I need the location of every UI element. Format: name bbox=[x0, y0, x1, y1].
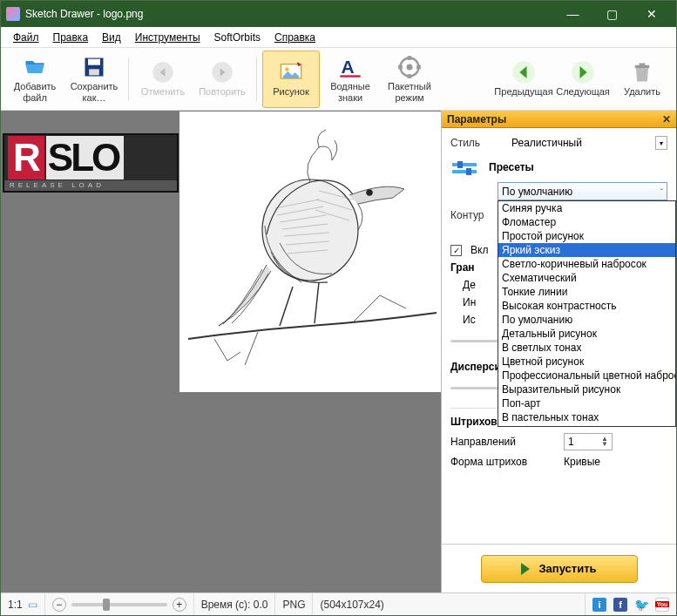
redo-button[interactable]: Повторить bbox=[193, 51, 251, 108]
enable-checkbox[interactable] bbox=[450, 245, 462, 256]
next-button[interactable]: Следующая bbox=[554, 51, 612, 108]
preset-option[interactable]: Цветной рисунок bbox=[498, 355, 675, 369]
spinner-arrows-icon: ▲▼ bbox=[601, 437, 608, 447]
directions-spinner[interactable]: 1 ▲▼ bbox=[564, 433, 613, 450]
enable-label: Вкл bbox=[471, 244, 488, 256]
statusbar: 1:1 ▭ − + Время (с): 0.0 PNG (504x107x24… bbox=[1, 592, 676, 615]
redo-icon bbox=[210, 60, 234, 85]
youtube-icon[interactable]: You bbox=[655, 598, 669, 612]
menu-view[interactable]: Вид bbox=[95, 29, 128, 46]
menu-help[interactable]: Справка bbox=[267, 29, 322, 46]
menubar: Файл Правка Вид Инструменты SoftOrbits С… bbox=[1, 27, 676, 48]
arrow-left-icon bbox=[511, 60, 536, 85]
contour-label: Контур bbox=[450, 209, 499, 221]
presets-icon bbox=[450, 158, 480, 182]
zoom-out-button[interactable]: − bbox=[52, 598, 66, 612]
twitter-icon[interactable]: 🐦 bbox=[634, 598, 648, 612]
svg-rect-22 bbox=[457, 161, 463, 168]
preset-option[interactable]: Схематический bbox=[498, 271, 675, 285]
preset-option[interactable]: В пастельных тонах bbox=[498, 410, 675, 424]
fit-icon[interactable]: ▭ bbox=[28, 599, 37, 611]
picture-button[interactable]: Рисунок bbox=[262, 51, 320, 108]
preset-option[interactable]: Светло-коричневый набросок bbox=[498, 257, 675, 271]
status-dims: (504x107x24) bbox=[313, 593, 586, 615]
svg-rect-21 bbox=[452, 170, 477, 173]
preset-option[interactable]: Пластик bbox=[498, 424, 675, 427]
zoom-ratio[interactable]: 1:1 ▭ bbox=[1, 593, 45, 615]
canvas-area[interactable]: RSLO RELEASE LOAD bbox=[1, 111, 441, 592]
play-icon bbox=[521, 563, 530, 575]
app-icon bbox=[6, 7, 20, 21]
preset-option[interactable]: Поп-арт bbox=[498, 396, 675, 410]
picture-icon bbox=[279, 60, 303, 85]
menu-edit[interactable]: Правка bbox=[46, 29, 96, 46]
shape-value: Кривые bbox=[564, 456, 600, 468]
batch-button[interactable]: Пакетный режим bbox=[381, 51, 438, 108]
undo-icon bbox=[151, 60, 175, 85]
preset-option[interactable]: Профессиональный цветной наброс bbox=[498, 369, 675, 382]
watermark-icon: A bbox=[338, 55, 362, 79]
save-as-button[interactable]: Сохранить как… bbox=[65, 51, 123, 108]
status-format: PNG bbox=[275, 593, 313, 615]
source-image: RSLO RELEASE LOAD bbox=[3, 133, 179, 193]
watermark-button[interactable]: A Водяные знаки bbox=[322, 51, 379, 108]
trash-icon bbox=[630, 60, 654, 85]
zoom-in-button[interactable]: + bbox=[173, 598, 186, 612]
prev-button[interactable]: Предыдущая bbox=[495, 51, 552, 108]
workspace: RSLO RELEASE LOAD bbox=[1, 111, 676, 592]
presets-combo[interactable]: По умолчанию ˇ Синяя ручкаФломастерПрост… bbox=[498, 182, 667, 200]
panel-close-button[interactable]: ✕ bbox=[662, 113, 671, 125]
preset-option[interactable]: В светлых тонах bbox=[498, 341, 675, 355]
style-label: Стиль bbox=[450, 137, 499, 149]
chevron-down-icon: ˇ bbox=[660, 187, 663, 196]
batch-icon bbox=[397, 55, 422, 79]
presets-label: Пресеты bbox=[489, 161, 667, 173]
zoom-slider[interactable] bbox=[71, 603, 167, 606]
svg-point-19 bbox=[367, 190, 373, 196]
panel-header: Параметры ✕ bbox=[442, 111, 676, 128]
add-file-button[interactable]: Добавить файл bbox=[6, 51, 64, 108]
preset-option[interactable]: Простой рисунок bbox=[498, 229, 675, 243]
svg-point-9 bbox=[407, 64, 413, 71]
presets-dropdown-list[interactable]: Синяя ручкаФломастерПростой рисунокЯркий… bbox=[498, 200, 676, 427]
preset-option[interactable]: Синяя ручка bbox=[498, 201, 675, 215]
svg-rect-2 bbox=[89, 70, 99, 76]
run-button[interactable]: Запустить bbox=[481, 555, 638, 583]
style-dropdown-button[interactable]: ▾ bbox=[655, 136, 667, 150]
svg-point-18 bbox=[262, 179, 358, 281]
preset-option[interactable]: Выразительный рисунок bbox=[498, 382, 675, 396]
svg-rect-20 bbox=[452, 163, 477, 166]
zoom-controls[interactable]: − + bbox=[45, 593, 194, 615]
shape-label: Форма штрихов bbox=[450, 456, 555, 468]
undo-button[interactable]: Отменить bbox=[134, 51, 192, 108]
preset-option[interactable]: Детальный рисунок bbox=[498, 327, 675, 341]
folder-open-icon bbox=[23, 55, 47, 79]
menu-file[interactable]: Файл bbox=[6, 29, 46, 46]
close-button[interactable]: ✕ bbox=[632, 1, 671, 27]
preset-option[interactable]: По умолчанию bbox=[498, 313, 675, 327]
preset-selected: По умолчанию bbox=[502, 186, 572, 198]
svg-point-6 bbox=[285, 68, 289, 72]
svg-rect-1 bbox=[88, 59, 100, 65]
maximize-button[interactable]: ▢ bbox=[592, 1, 632, 27]
delete-button[interactable]: Удалить bbox=[613, 51, 671, 108]
preset-option[interactable]: Тонкие линии bbox=[498, 285, 675, 299]
svg-rect-23 bbox=[466, 168, 471, 175]
toolbar: Добавить файл Сохранить как… Отменить По… bbox=[1, 48, 676, 111]
svg-rect-10 bbox=[408, 57, 412, 61]
style-value: Реалистичный bbox=[508, 135, 647, 151]
preset-option[interactable]: Фломастер bbox=[498, 215, 675, 229]
titlebar: Sketch Drawer - logo.png ― ▢ ✕ bbox=[1, 1, 676, 27]
preset-option[interactable]: Яркий эскиз bbox=[498, 243, 675, 257]
save-icon bbox=[82, 55, 106, 79]
svg-rect-13 bbox=[416, 65, 421, 70]
menu-softorbits[interactable]: SoftOrbits bbox=[207, 29, 267, 46]
info-icon[interactable]: i bbox=[592, 598, 606, 612]
minimize-button[interactable]: ― bbox=[553, 1, 592, 27]
result-image bbox=[179, 112, 441, 392]
parameters-panel: Параметры ✕ Стиль Реалистичный ▾ Пресеты… bbox=[441, 111, 676, 592]
svg-rect-17 bbox=[640, 64, 646, 65]
menu-tools[interactable]: Инструменты bbox=[128, 29, 207, 46]
facebook-icon[interactable]: f bbox=[613, 598, 627, 612]
preset-option[interactable]: Высокая контрастность bbox=[498, 299, 675, 313]
